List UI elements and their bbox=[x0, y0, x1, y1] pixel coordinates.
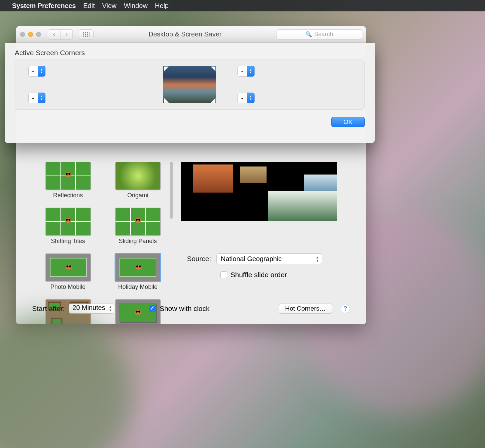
screen-preview bbox=[163, 66, 216, 103]
search-input[interactable]: 🔍 Search bbox=[277, 29, 362, 39]
preview-pane: Source: National Geographic Shuffle slid… bbox=[181, 162, 348, 292]
screensaver-preview bbox=[181, 162, 337, 221]
saver-label: Photo Mobile bbox=[36, 284, 100, 291]
hot-corners-button[interactable]: Hot Corners… bbox=[279, 304, 332, 314]
shuffle-checkbox[interactable] bbox=[220, 271, 227, 278]
saver-label: Shifting Tiles bbox=[36, 238, 100, 245]
menu-edit[interactable]: Edit bbox=[83, 2, 95, 10]
saver-label: Reflections bbox=[36, 192, 100, 199]
svg-rect-9 bbox=[85, 36, 86, 37]
menu-app[interactable]: System Preferences bbox=[12, 2, 76, 10]
chevron-updown-icon bbox=[247, 93, 255, 103]
window-title: Desktop & Screen Saver bbox=[98, 30, 273, 38]
corner-bottom-right-popup[interactable]: - bbox=[237, 93, 351, 103]
corner-indicator-icon bbox=[164, 98, 169, 103]
titlebar: ‹ › Desktop & Screen Saver 🔍 Search bbox=[16, 26, 366, 43]
svg-rect-3 bbox=[89, 32, 90, 33]
show-all-button[interactable] bbox=[79, 29, 94, 39]
menubar: System Preferences Edit View Window Help bbox=[0, 0, 485, 11]
corner-tr-value: - bbox=[241, 68, 244, 75]
saver-label: Holiday Mobile bbox=[106, 284, 170, 291]
help-button[interactable]: ? bbox=[341, 304, 350, 313]
search-placeholder: Search bbox=[314, 31, 333, 38]
corner-indicator-icon bbox=[211, 98, 215, 103]
start-after-label: Start after: bbox=[32, 305, 65, 313]
ok-button[interactable]: OK bbox=[331, 117, 365, 127]
close-button[interactable] bbox=[20, 32, 25, 37]
menu-window[interactable]: Window bbox=[124, 2, 148, 10]
corner-br-value: - bbox=[241, 94, 244, 102]
svg-rect-11 bbox=[89, 36, 90, 37]
show-clock-checkbox[interactable] bbox=[149, 305, 156, 312]
hot-corners-sheet: Active Screen Corners - - - - bbox=[5, 43, 375, 143]
corner-top-left-popup[interactable]: - bbox=[28, 66, 142, 77]
corner-top-right-popup[interactable]: - bbox=[237, 66, 351, 77]
saver-origami[interactable]: Origami bbox=[106, 162, 170, 199]
screensaver-list[interactable]: Reflections Origami Shifting Tiles Slidi… bbox=[36, 162, 170, 292]
saver-photo-mobile[interactable]: Photo Mobile bbox=[36, 253, 100, 291]
saver-label: Sliding Panels bbox=[106, 238, 170, 245]
start-after-value: 20 Minutes bbox=[72, 304, 105, 311]
shuffle-label: Shuffle slide order bbox=[230, 271, 287, 279]
start-after-popup[interactable]: 20 Minutes bbox=[69, 304, 114, 314]
svg-rect-1 bbox=[85, 32, 86, 33]
saver-label: Origami bbox=[106, 192, 170, 199]
svg-rect-0 bbox=[83, 32, 84, 33]
sheet-heading: Active Screen Corners bbox=[15, 49, 365, 57]
saver-sliding-panels[interactable]: Sliding Panels bbox=[106, 208, 170, 245]
corner-indicator-icon bbox=[211, 67, 215, 71]
menu-view[interactable]: View bbox=[102, 2, 117, 10]
chevron-updown-icon bbox=[247, 66, 255, 77]
forward-button[interactable]: › bbox=[60, 29, 73, 39]
source-popup[interactable]: National Geographic bbox=[216, 253, 322, 264]
svg-rect-4 bbox=[83, 34, 84, 35]
zoom-button[interactable] bbox=[36, 32, 41, 37]
chevron-updown-icon bbox=[38, 66, 45, 77]
show-clock-label: Show with clock bbox=[160, 305, 209, 313]
chevron-updown-icon bbox=[38, 93, 45, 103]
svg-rect-2 bbox=[87, 32, 88, 33]
corner-bl-value: - bbox=[32, 94, 34, 102]
chevron-updown-icon bbox=[316, 256, 319, 262]
svg-rect-7 bbox=[89, 34, 90, 35]
saver-shifting-tiles[interactable]: Shifting Tiles bbox=[36, 208, 100, 245]
svg-rect-6 bbox=[87, 34, 88, 35]
grid-icon bbox=[83, 32, 90, 37]
saver-holiday-mobile[interactable]: Holiday Mobile bbox=[106, 253, 170, 291]
source-value: National Geographic bbox=[221, 255, 282, 263]
back-button[interactable]: ‹ bbox=[48, 29, 60, 39]
svg-rect-5 bbox=[85, 34, 86, 35]
chevron-updown-icon bbox=[109, 305, 112, 312]
saver-reflections[interactable]: Reflections bbox=[36, 162, 100, 199]
corner-bottom-left-popup[interactable]: - bbox=[28, 93, 142, 103]
traffic-lights bbox=[20, 32, 41, 37]
menu-help[interactable]: Help bbox=[155, 2, 169, 10]
scrollbar[interactable] bbox=[170, 162, 173, 219]
svg-rect-8 bbox=[83, 36, 84, 37]
search-icon: 🔍 bbox=[305, 31, 312, 37]
svg-rect-10 bbox=[87, 36, 88, 37]
minimize-button[interactable] bbox=[28, 32, 33, 37]
corner-tl-value: - bbox=[32, 68, 34, 75]
source-label: Source: bbox=[181, 255, 211, 263]
corner-indicator-icon bbox=[164, 67, 169, 71]
